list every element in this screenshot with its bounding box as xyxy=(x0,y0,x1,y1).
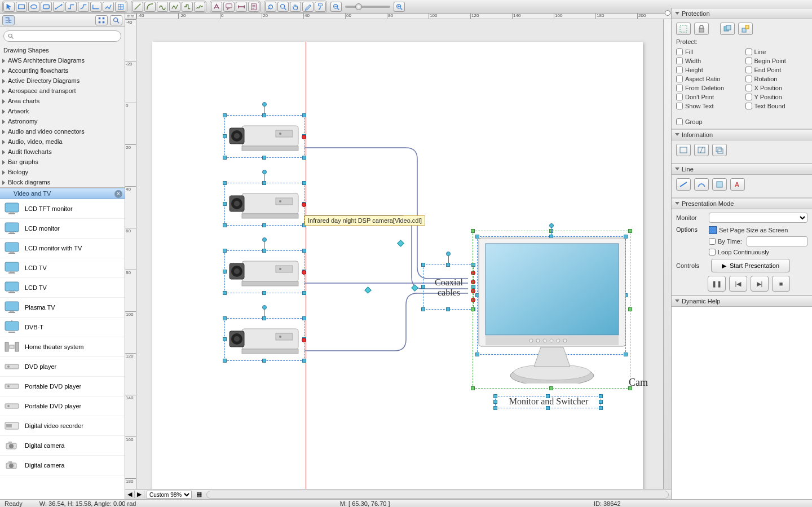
bytime-input[interactable] xyxy=(747,236,807,246)
line-fill-button[interactable] xyxy=(712,178,727,191)
callout-tool[interactable] xyxy=(223,2,235,12)
library-search-input[interactable] xyxy=(16,33,117,39)
protect-lock-button[interactable] xyxy=(694,23,709,35)
ellipse-tool[interactable] xyxy=(28,2,39,12)
pan-tool[interactable] xyxy=(290,2,301,12)
protect-check[interactable] xyxy=(745,85,752,91)
dynamic-help-header[interactable]: Dynamic Help xyxy=(672,296,812,307)
shape-item[interactable]: LCD TFT monitor xyxy=(0,199,125,219)
text-tool[interactable] xyxy=(211,2,222,12)
camera-selection[interactable] xyxy=(224,183,304,226)
shape-item[interactable]: Digital camera xyxy=(0,456,125,475)
protect-check[interactable] xyxy=(676,85,683,91)
shape-item[interactable]: LCD TV xyxy=(0,278,125,298)
monitor-label-selection[interactable]: Monitor and Switcher xyxy=(495,396,601,408)
pause-button[interactable]: ❚❚ xyxy=(708,276,726,292)
zoom-select[interactable]: Custom 98% xyxy=(147,491,192,499)
category-item[interactable]: Artwork xyxy=(0,106,125,116)
protect-check[interactable] xyxy=(745,49,752,55)
active-category-header[interactable]: Video and TV × xyxy=(0,188,125,199)
zoom-slider-knob[interactable] xyxy=(355,3,362,10)
monitor-select[interactable] xyxy=(709,213,807,223)
protect-check[interactable] xyxy=(676,103,683,109)
category-item[interactable]: Audio and video connectors xyxy=(0,126,125,136)
protect-check[interactable] xyxy=(676,58,683,64)
next-button[interactable]: ▶| xyxy=(751,276,769,292)
line-ends-button[interactable] xyxy=(694,178,709,191)
eyedropper-tool[interactable] xyxy=(302,2,314,12)
conn4-tool[interactable] xyxy=(90,2,102,12)
information-header[interactable]: Information xyxy=(672,129,812,140)
category-item[interactable]: Aerospace and transport xyxy=(0,86,125,96)
category-item[interactable]: Bar graphs xyxy=(0,157,125,167)
protect-check[interactable] xyxy=(745,103,752,109)
note-tool[interactable] xyxy=(248,2,259,12)
freehand-tool[interactable] xyxy=(194,2,205,12)
spline-tool[interactable] xyxy=(157,2,168,12)
protect-check[interactable] xyxy=(745,94,752,100)
category-item[interactable]: Block diagrams xyxy=(0,177,125,187)
shape-item[interactable]: LCD TV xyxy=(0,258,125,278)
category-item[interactable]: Active Directory Diagrams xyxy=(0,76,125,86)
conn5-tool[interactable] xyxy=(103,2,114,12)
shape-item[interactable]: LCD monitor with TV xyxy=(0,239,125,258)
protect-check[interactable] xyxy=(745,67,752,73)
shape-item[interactable]: Digital video recorder xyxy=(0,416,125,436)
protect-select-button[interactable] xyxy=(676,23,691,35)
protect-check[interactable] xyxy=(676,94,683,100)
category-item[interactable]: Area charts xyxy=(0,96,125,106)
camera-selection[interactable] xyxy=(224,115,304,158)
protect-check[interactable] xyxy=(676,67,683,73)
library-grid-tab[interactable] xyxy=(95,15,108,25)
camera-selection[interactable] xyxy=(224,250,304,293)
canvas-scrollbar-horizontal[interactable] xyxy=(206,491,669,499)
line-tool[interactable] xyxy=(132,2,143,12)
protect-check[interactable] xyxy=(745,76,752,82)
diamond-handle[interactable] xyxy=(411,284,418,292)
loop-checkbox[interactable] xyxy=(709,249,716,255)
library-tree-tab[interactable] xyxy=(2,15,15,25)
conn2-tool[interactable] xyxy=(65,2,77,12)
conn1-tool[interactable] xyxy=(53,2,64,12)
coax-label-selection[interactable]: Coaxial cables xyxy=(423,264,474,310)
shape-item[interactable]: Plasma TV xyxy=(0,298,125,318)
arc-tool[interactable] xyxy=(144,2,156,12)
protect-ungroup-button[interactable] xyxy=(738,23,753,35)
shape-item[interactable]: Home theater system xyxy=(0,337,125,357)
monitor-selection[interactable] xyxy=(477,236,626,355)
close-category-button[interactable]: × xyxy=(114,190,122,198)
bytime-checkbox[interactable] xyxy=(709,238,716,245)
category-item[interactable]: Accounting flowcharts xyxy=(0,65,125,76)
info-mode1[interactable] xyxy=(676,144,691,156)
prev-button[interactable]: |◀ xyxy=(729,276,747,292)
dimension-tool[interactable] xyxy=(236,2,247,12)
library-search-tab[interactable] xyxy=(110,15,122,25)
category-list[interactable]: Drawing Shapes AWS Architecture Diagrams… xyxy=(0,45,125,188)
start-presentation-button[interactable]: ▶Start Presentation xyxy=(711,259,790,272)
polyline-tool[interactable] xyxy=(169,2,180,12)
line-header[interactable]: Line xyxy=(672,164,812,175)
stop-button[interactable]: ■ xyxy=(772,276,790,292)
zoom-in-button[interactable] xyxy=(394,2,405,12)
zoom-slider-track[interactable] xyxy=(345,6,390,8)
refresh-tool[interactable] xyxy=(265,2,276,12)
category-item[interactable]: Audit flowcharts xyxy=(0,147,125,157)
category-item[interactable]: Biology xyxy=(0,167,125,177)
format-painter-tool[interactable] xyxy=(315,2,326,12)
camera-selection[interactable] xyxy=(224,318,304,361)
category-item[interactable]: AWS Architecture Diagrams xyxy=(0,55,125,65)
guide-vertical[interactable] xyxy=(306,42,306,489)
shape-item[interactable]: Portable DVD player xyxy=(0,377,125,396)
zoom-out-button[interactable] xyxy=(330,2,342,12)
rounded-rect-tool[interactable] xyxy=(41,2,52,12)
info-mode2[interactable] xyxy=(694,144,709,156)
library-search[interactable] xyxy=(3,30,121,42)
shape-list[interactable]: LCD TFT monitorLCD monitorLCD monitor wi… xyxy=(0,199,125,499)
pointer-tool[interactable] xyxy=(3,2,15,12)
line-style-button[interactable] xyxy=(676,178,691,191)
conn3-tool[interactable] xyxy=(78,2,89,12)
category-item[interactable]: Astronomy xyxy=(0,116,125,126)
protection-header[interactable]: Protection xyxy=(672,8,812,19)
shape-item[interactable]: Portable DVD player xyxy=(0,396,125,416)
shape-item[interactable]: DVD player xyxy=(0,357,125,377)
